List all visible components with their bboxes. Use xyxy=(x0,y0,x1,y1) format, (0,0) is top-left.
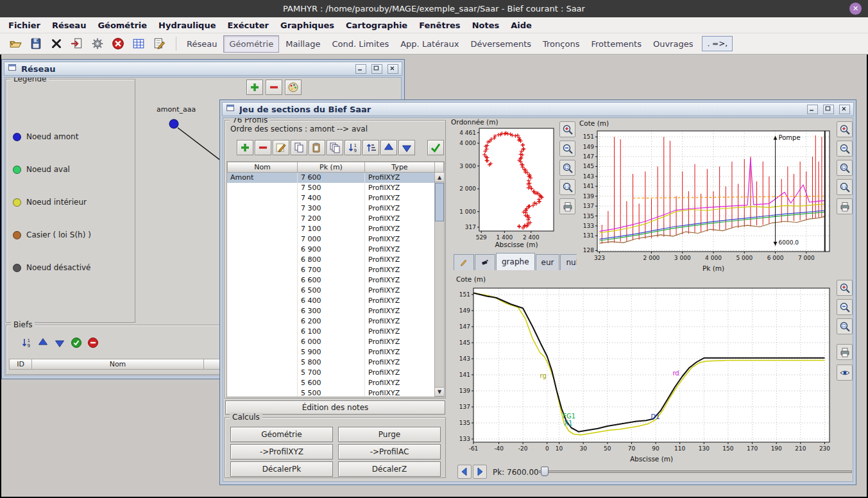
menu-fenêtres[interactable]: Fenêtres xyxy=(413,19,466,32)
sections-window-titlebar[interactable]: Jeu de sections du Bief Saar xyxy=(222,102,854,116)
calc-button-profilxyz[interactable]: ->ProfilXYZ xyxy=(230,444,333,459)
pk-slider-thumb[interactable] xyxy=(541,467,549,476)
table-row[interactable]: 7 100ProfilXYZ xyxy=(227,224,444,234)
table-row[interactable]: 5 800ProfilXYZ xyxy=(227,357,444,368)
table-row[interactable]: 6 700ProfilXYZ xyxy=(227,265,444,275)
table-row[interactable]: 6 500ProfilXYZ xyxy=(227,286,444,296)
biefs-column-header-id[interactable]: ID xyxy=(9,359,32,370)
close-button[interactable] xyxy=(387,64,398,74)
print-button[interactable] xyxy=(559,198,575,214)
move-bief-down-button[interactable] xyxy=(53,336,67,350)
calc-button-purge[interactable]: Purge xyxy=(338,427,441,442)
zoom-region-button[interactable] xyxy=(837,160,853,176)
toolbar-tab-maillage[interactable]: Maillage xyxy=(280,36,325,52)
plot-tab-graphe[interactable]: graphe xyxy=(496,253,535,270)
menu-exécuter[interactable]: Exécuter xyxy=(221,19,275,32)
gear-button[interactable] xyxy=(89,35,106,53)
sort-descending-button[interactable]: 19 xyxy=(345,140,361,155)
window-close-button[interactable]: ✕ xyxy=(849,3,862,15)
sort-ascending-button[interactable] xyxy=(362,140,379,155)
table-row[interactable]: 6 300ProfilXYZ xyxy=(227,306,444,316)
table-row[interactable]: 6 200ProfilXYZ xyxy=(227,316,444,327)
notes-button[interactable] xyxy=(150,35,168,53)
paste-button[interactable] xyxy=(309,140,325,155)
move-down-button[interactable] xyxy=(398,140,415,155)
plot-tab-eraser-tab[interactable] xyxy=(475,254,495,270)
delete-button[interactable] xyxy=(47,35,65,53)
duplicate-button[interactable] xyxy=(327,140,343,155)
toolbar-tab-frottements[interactable]: Frottements xyxy=(586,36,647,52)
sort-biefs-button[interactable]: 19 xyxy=(19,336,33,350)
menu-aide[interactable]: Aide xyxy=(505,19,538,32)
cross-section-plot[interactable]: Cote (m)-61-40-2001030507090110130150170… xyxy=(450,274,835,465)
table-row[interactable]: 6 400ProfilXYZ xyxy=(227,296,444,306)
remove-node-button[interactable] xyxy=(266,80,282,95)
minimize-button[interactable] xyxy=(807,105,818,114)
zoom-in-button[interactable] xyxy=(837,280,853,296)
column-header-Nom[interactable]: Nom xyxy=(227,162,298,173)
open-folder-button[interactable] xyxy=(6,35,24,53)
zoom-actual-button[interactable]: 1:1 xyxy=(559,179,575,195)
copy-button[interactable] xyxy=(291,140,307,155)
plot-tab-nulées[interactable]: nulées xyxy=(560,254,577,270)
pk-slider[interactable] xyxy=(539,466,852,477)
table-row[interactable]: 6 800ProfilXYZ xyxy=(227,255,444,265)
add-node-button[interactable] xyxy=(246,80,263,95)
plan-view-plot[interactable]: Ordonnée (m)5291 4002 4003171 0002 0003 … xyxy=(450,118,578,252)
table-row[interactable]: 7 000ProfilXYZ xyxy=(227,234,444,245)
import-button[interactable] xyxy=(68,35,86,53)
scroll-down-button[interactable]: ▼ xyxy=(435,387,444,397)
menu-hydraulique[interactable]: Hydraulique xyxy=(153,19,221,32)
toolbar-tab-app-lat-raux[interactable]: App. Latéraux xyxy=(395,36,464,52)
biefs-column-header-nom[interactable]: Nom xyxy=(32,359,204,370)
stop-button[interactable] xyxy=(109,35,127,53)
calc-button-gomtrie[interactable]: Géométrie xyxy=(230,427,333,442)
save-button[interactable] xyxy=(27,35,45,53)
column-header-Type[interactable]: Type xyxy=(365,162,435,173)
visibility-button[interactable] xyxy=(837,365,853,381)
table-row[interactable]: 7 200ProfilXYZ xyxy=(227,214,444,224)
menu-fichier[interactable]: Fichier xyxy=(3,19,46,32)
toolbar-tab-g-om-trie[interactable]: Géométrie xyxy=(223,35,279,53)
longitudinal-profile-plot[interactable]: Cote (m)3232 0003 0004 0005 0006 0007 00… xyxy=(577,118,853,276)
enable-bief-button[interactable] xyxy=(69,336,83,350)
palette-button[interactable] xyxy=(285,80,302,95)
table-row[interactable]: 5 600ProfilXYZ xyxy=(227,378,444,388)
move-bief-up-button[interactable] xyxy=(36,336,50,350)
print-button[interactable] xyxy=(837,344,853,360)
calc-button-dcalerpk[interactable]: DécalerPk xyxy=(230,461,333,477)
toolbar-tab-ouvrages[interactable]: Ouvrages xyxy=(648,36,699,52)
plot-tab-eur[interactable]: eur xyxy=(536,254,560,270)
table-row[interactable]: 5 700ProfilXYZ xyxy=(227,368,444,378)
zoom-in-button[interactable] xyxy=(837,121,853,137)
column-header-Pk (m)[interactable]: Pk (m) xyxy=(298,162,365,173)
table-row[interactable]: 6 600ProfilXYZ xyxy=(227,275,444,286)
toolbar-tab-r-seau[interactable]: Réseau xyxy=(182,36,222,52)
menu-géométrie[interactable]: Géométrie xyxy=(92,19,153,32)
toolbar-tab-cond-limites[interactable]: Cond. Limites xyxy=(327,36,394,52)
print-button[interactable] xyxy=(837,198,853,214)
table-row[interactable]: 5 900ProfilXYZ xyxy=(227,347,444,357)
edit-profile-button[interactable] xyxy=(273,140,289,155)
table-row[interactable]: 6 000ProfilXYZ xyxy=(227,337,444,347)
table-row[interactable]: 5 500ProfilXYZ xyxy=(227,388,444,397)
zoom-actual-button[interactable]: 1:1 xyxy=(837,179,853,195)
table-row[interactable]: 6 100ProfilXYZ xyxy=(227,327,444,337)
menu-notes[interactable]: Notes xyxy=(466,19,506,32)
table-row[interactable]: 7 500ProfilXYZ xyxy=(227,183,444,193)
menu-graphiques[interactable]: Graphiques xyxy=(275,19,340,32)
table-row[interactable]: 7 300ProfilXYZ xyxy=(227,203,444,214)
zoom-out-button[interactable] xyxy=(837,141,853,157)
move-up-button[interactable] xyxy=(380,140,397,155)
remove-profile-button[interactable] xyxy=(255,140,271,155)
calc-button-dcalerz[interactable]: DécalerZ xyxy=(338,461,441,477)
zoom-out-button[interactable] xyxy=(837,299,853,315)
previous-profile-button[interactable] xyxy=(457,465,472,479)
zoom-out-button[interactable] xyxy=(559,141,575,157)
zoom-region-button[interactable] xyxy=(837,318,853,334)
toolbar-tab-tron-ons[interactable]: Tronçons xyxy=(538,36,584,52)
table-row[interactable]: 6 900ProfilXYZ xyxy=(227,245,444,255)
table-row[interactable]: Amont7 600ProfilXYZ xyxy=(227,173,444,183)
next-profile-button[interactable] xyxy=(473,465,487,479)
scroll-up-button[interactable]: ▲ xyxy=(435,173,444,182)
